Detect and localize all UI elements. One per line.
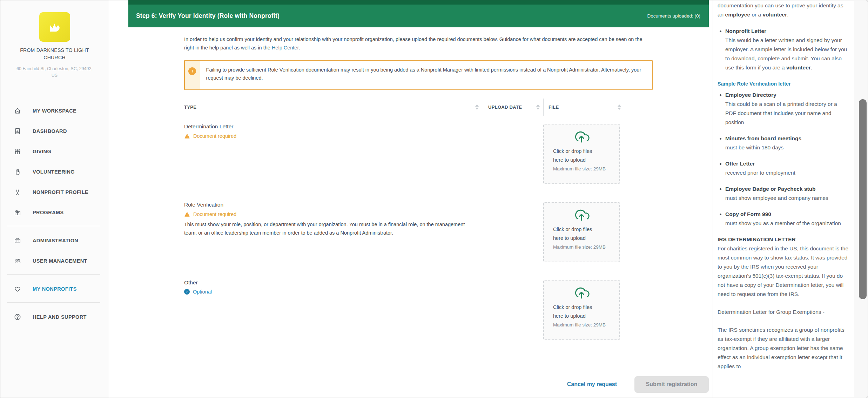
column-header-upload-date[interactable]: UPLOAD DATE: [483, 99, 543, 116]
column-header-file-label: FILE: [549, 104, 559, 110]
sort-arrows-icon[interactable]: [475, 104, 479, 110]
file-cell: Click or drop files here to upload Maxim…: [543, 116, 625, 194]
document-type-label: Determination Letter: [184, 123, 476, 130]
sidebar-item-my-workspace[interactable]: MY WORKSPACE: [0, 101, 109, 121]
bullet-body: This would be a letter written and signe…: [725, 37, 847, 70]
table-header-row: TYPE UPLOAD DATE FILE: [184, 99, 625, 116]
sort-arrows-icon[interactable]: [618, 104, 621, 110]
gift-icon: [13, 147, 22, 156]
sidebar-item-dashboard[interactable]: DASHBOARD: [0, 121, 109, 141]
step-header: Step 6: Verify Your Identity (Role with …: [128, 0, 709, 27]
sidebar-divider: [7, 302, 100, 303]
upload-dropzone-determination-letter[interactable]: Click or drop files here to upload Maxim…: [543, 124, 620, 184]
table-row-determination-letter: Determination Letter Document required C…: [184, 116, 625, 194]
document-type-label: Other: [184, 279, 476, 286]
page-scrollbar-track[interactable]: [854, 1, 867, 397]
sidebar-divider: [7, 226, 100, 226]
column-header-file[interactable]: FILE: [543, 99, 625, 116]
document-status: i Optional: [184, 289, 476, 295]
sidebar-item-label: NONPROFIT PROFILE: [33, 189, 88, 195]
sidebar: FROM DARKNESS TO LIGHT CHURCH 60 Fairchi…: [0, 0, 109, 398]
sidebar-item-label: USER MANAGEMENT: [33, 258, 87, 264]
type-cell: Other i Optional: [184, 272, 483, 348]
org-name: FROM DARKNESS TO LIGHT CHURCH: [11, 47, 99, 61]
briefcase-icon: [13, 236, 22, 245]
help-bullet-list: Employee Directory This could be a scan …: [718, 90, 849, 228]
sidebar-item-volunteering[interactable]: VOLUNTEERING: [0, 162, 109, 182]
ribbon-icon: [13, 188, 22, 196]
upload-max-size: Maximum file size: 29MB: [544, 164, 607, 173]
cloud-upload-icon: [544, 285, 619, 300]
help-bullet-employee-directory: Employee Directory This could be a scan …: [725, 90, 849, 127]
warning-triangle-icon: [184, 211, 190, 217]
sidebar-item-label: MY WORKSPACE: [33, 108, 76, 114]
bullet-body: must show you as a member of the organiz…: [725, 220, 841, 226]
sample-role-verification-letter-link[interactable]: Sample Role Verification letter: [718, 79, 849, 88]
help-bullet-list-top: Nonprofit Letter This would be a letter …: [718, 27, 849, 72]
programs-icon: [13, 208, 22, 217]
document-type-label: Role Verification: [184, 202, 479, 208]
spacer: [718, 317, 849, 325]
bullet-title: Nonprofit Letter: [725, 28, 766, 34]
step-header-top-strip: [128, 0, 709, 5]
form-footer: Cancel my request Submit registration: [184, 376, 709, 393]
sidebar-item-my-nonprofits[interactable]: MY NONPROFITS: [0, 279, 109, 299]
type-cell: Determination Letter Document required: [184, 116, 483, 194]
group-exemptions-heading: Determination Letter for Group Exemption…: [718, 308, 849, 317]
column-header-type[interactable]: TYPE: [184, 99, 483, 116]
sidebar-item-label: GIVING: [33, 149, 51, 154]
warning-icon-strip: !: [185, 61, 200, 89]
group-exemptions-paragraph: The IRS sometimes recognizes a group of …: [718, 325, 849, 371]
bullet-title: Employee Directory: [725, 92, 776, 98]
help-bullet-employee-badge: Employee Badge or Paycheck stub must sho…: [725, 184, 849, 203]
sidebar-item-user-management[interactable]: USER MANAGEMENT: [0, 251, 109, 271]
app-window: FROM DARKNESS TO LIGHT CHURCH 60 Fairchi…: [0, 0, 868, 398]
upload-dropzone-role-verification[interactable]: Click or drop files here to upload Maxim…: [543, 202, 620, 262]
cloud-upload-icon: [544, 129, 619, 144]
help-intro: documentation you can use to prove your …: [718, 1, 849, 19]
irs-determination-letter-paragraph: For charities registered in the US, this…: [718, 244, 849, 299]
cancel-request-link[interactable]: Cancel my request: [567, 381, 617, 387]
upload-date-cell: [486, 194, 543, 272]
sidebar-item-label: PROGRAMS: [33, 210, 64, 215]
sidebar-item-nonprofit-profile[interactable]: NONPROFIT PROFILE: [0, 182, 109, 202]
upload-instruction: Click or drop files here to upload: [544, 300, 604, 321]
intro-paragraph: In order to help us confirm your identit…: [184, 35, 652, 52]
irs-determination-letter-heading: IRS DETERMINATION LETTER: [718, 235, 849, 244]
warning-text: Failing to provide sufficient Role Verif…: [200, 61, 652, 89]
page-title: Step 6: Verify Your Identity (Role with …: [136, 12, 280, 20]
bullet-body: must show employee and company names: [725, 195, 828, 201]
sidebar-item-programs[interactable]: PROGRAMS: [0, 202, 109, 223]
upload-max-size: Maximum file size: 29MB: [544, 321, 607, 329]
intro-suffix: .: [298, 45, 300, 50]
column-header-type-label: TYPE: [184, 104, 196, 110]
alert-icon: !: [188, 67, 196, 75]
question-icon: [13, 313, 22, 321]
page-scrollbar-thumb[interactable]: [859, 99, 867, 299]
sidebar-item-administration[interactable]: ADMINISTRATION: [0, 230, 109, 251]
bullet-title: Offer Letter: [725, 161, 755, 167]
type-cell: Role Verification Document required This…: [184, 194, 486, 272]
org-address: 60 Fairchild St, Charleston, SC, 29492, …: [14, 66, 95, 79]
bullet-body: must be within 180 days: [725, 144, 783, 150]
help-center-link[interactable]: Help Center: [272, 45, 299, 50]
table-row-other: Other i Optional Click or drop files her…: [184, 272, 625, 348]
document-status-label: Optional: [193, 289, 212, 295]
upload-instruction: Click or drop files here to upload: [544, 144, 604, 164]
intro-text: In order to help us confirm your identit…: [184, 36, 642, 50]
home-icon: [13, 107, 22, 115]
sidebar-item-giving[interactable]: GIVING: [0, 141, 109, 162]
hand-icon: [13, 168, 22, 176]
sort-arrows-icon[interactable]: [536, 104, 540, 110]
file-cell: Click or drop files here to upload Maxim…: [543, 272, 625, 348]
sidebar-item-help-and-support[interactable]: HELP AND SUPPORT: [0, 307, 109, 327]
submit-registration-button[interactable]: Submit registration: [634, 376, 709, 393]
org-logo-mark: [45, 18, 64, 36]
upload-dropzone-other[interactable]: Click or drop files here to upload Maxim…: [543, 280, 620, 340]
help-panel: documentation you can use to prove your …: [713, 0, 854, 398]
sidebar-nav: MY WORKSPACE DASHBOARD GIVING VOLUNTEERI…: [0, 101, 109, 327]
sidebar-item-label: DASHBOARD: [33, 128, 67, 134]
dashboard-icon: [13, 127, 22, 135]
documents-table: TYPE UPLOAD DATE FILE Determination Lett…: [184, 99, 625, 348]
cloud-upload-icon: [544, 208, 619, 222]
